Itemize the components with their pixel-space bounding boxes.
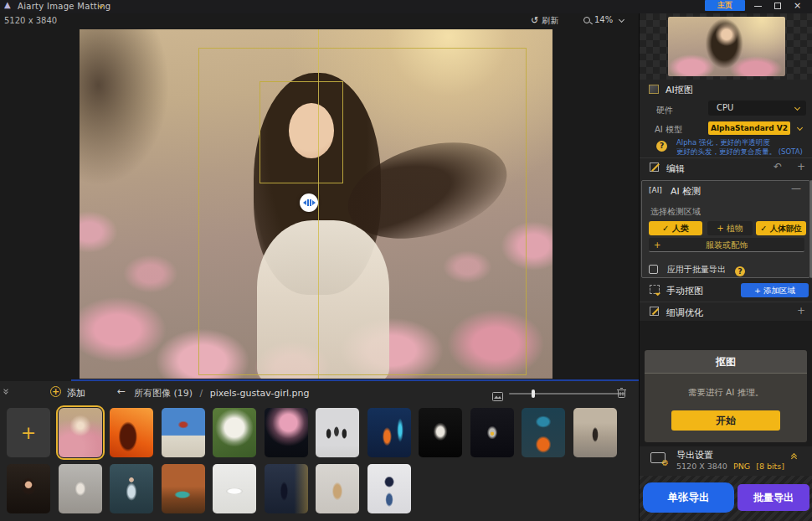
detect-subtitle: 选择检测区域	[650, 206, 701, 218]
thumb-beige-coat-model[interactable]	[316, 464, 359, 513]
thumb-dandelion[interactable]	[213, 408, 256, 457]
refresh-button[interactable]: ↺刷新	[531, 15, 558, 27]
help-icon[interactable]: ?	[656, 141, 667, 152]
matting-panel: 抠图 需要进行 AI 推理。 开始	[645, 350, 807, 442]
sidebar: AI抠图 硬件 CPU AI 模型 AlphaStandard V2 ? Alp…	[639, 13, 812, 521]
image-dimensions-label: 5120 x 3840	[4, 16, 57, 25]
manual-matting-icon	[650, 285, 660, 294]
handle-right-arrow-icon	[312, 200, 316, 205]
thumb-dark-flower[interactable]	[470, 408, 514, 457]
back-arrow-icon[interactable]: ←	[117, 385, 126, 397]
refresh-icon: ↺	[531, 15, 538, 26]
thumb-neon-woman[interactable]	[367, 408, 411, 457]
thumb-white-dove[interactable]	[419, 408, 462, 457]
thumbnail-size-slider[interactable]	[509, 393, 624, 395]
export-single-button[interactable]: 单张导出	[643, 482, 734, 513]
apply-batch-help-icon[interactable]: ?	[735, 266, 745, 276]
hardware-select[interactable]: CPU	[708, 101, 806, 116]
thumb-skateboarder[interactable]	[162, 408, 205, 457]
add-image-icon[interactable]: +	[50, 386, 61, 397]
detection-box-person[interactable]	[198, 48, 527, 375]
ai-detect-title: AI 检测	[671, 185, 701, 198]
thumb-blue-hair-woman[interactable]	[522, 408, 565, 457]
ai-matting-icon	[649, 85, 659, 94]
zoom-control[interactable]: 14%	[583, 15, 624, 24]
breadcrumb-all-images[interactable]: 所有图像 (19)	[134, 388, 193, 399]
hardware-label: 硬件	[656, 105, 673, 116]
add-image-label[interactable]: 添加	[67, 387, 85, 400]
ai-detect-panel: [AI] AI 检测 — 选择检测区域 ✓ 人类 + 植物 ✓ 人体部位 +服装…	[641, 180, 810, 278]
compare-divider-line	[318, 29, 319, 379]
zoom-chevron-down-icon	[619, 17, 624, 23]
export-size-label: 5120 X 3840 PNG [8 bits]	[676, 462, 784, 471]
ai-model-pill[interactable]: AlphaStandard V2	[708, 121, 790, 135]
ai-model-chevron-down-icon[interactable]	[797, 125, 803, 131]
thumb-navy-jeans-model[interactable]	[367, 464, 411, 513]
matting-status-zone: 抠图 需要进行 AI 推理。 开始	[640, 321, 812, 446]
edit-icon	[650, 162, 659, 172]
handle-bar-icon	[310, 199, 311, 206]
thumb-jellyfish[interactable]	[265, 408, 308, 457]
collapse-section-icon[interactable]: —	[791, 183, 801, 194]
start-inference-button[interactable]: 开始	[671, 410, 780, 431]
add-region-button[interactable]: + 添加区域	[741, 283, 809, 297]
detect-human-button[interactable]: ✓ 人类	[649, 221, 702, 235]
minimize-icon[interactable]	[754, 6, 762, 7]
app-window: ▲ Aiarty Image Matting 主页 × 5120 x 3840 …	[0, 0, 812, 521]
handle-bar-icon	[307, 199, 309, 206]
handle-left-arrow-icon	[303, 200, 306, 205]
thumb-teal-car[interactable]	[162, 464, 205, 513]
section-ai-matting: AI抠图	[640, 82, 812, 99]
matting-panel-message: 需要进行 AI 推理。	[645, 387, 807, 399]
home-button[interactable]: 主页	[705, 0, 745, 11]
ai-matting-title: AI抠图	[666, 84, 693, 96]
magnifier-icon	[583, 17, 590, 23]
section-refine: 细调优化 +	[640, 305, 812, 322]
apply-batch-row: 应用于批量导出 ?	[649, 260, 745, 276]
section-manual-matting: 手动抠图 + 添加区域	[640, 283, 812, 300]
thumb-runway-dark[interactable]	[265, 464, 308, 513]
app-title: Aiarty Image Matting	[18, 2, 110, 11]
canvas-area: 5120 x 3840 ↺刷新 14%	[0, 13, 639, 381]
maximize-icon[interactable]	[774, 3, 781, 9]
export-format-label: PNG	[733, 462, 750, 471]
delete-image-icon[interactable]	[616, 386, 627, 402]
thumb-smiling-woman[interactable]	[7, 464, 50, 513]
section-edit: 编辑 ↶ +	[640, 161, 812, 178]
thumb-beach-person[interactable]	[573, 408, 617, 457]
refine-icon	[650, 307, 659, 316]
export-collapse-chevrons-icon[interactable]	[792, 454, 796, 459]
thumb-praying-bride[interactable]	[110, 464, 153, 513]
edit-title: 编辑	[666, 162, 685, 175]
preview-thumbnail[interactable]	[668, 17, 785, 76]
thumb-orange-silhouette[interactable]	[110, 408, 153, 457]
thumb-jumping-group[interactable]	[316, 408, 359, 457]
undo-icon[interactable]: ↶	[773, 161, 782, 173]
detect-clothes-button[interactable]: +服装或配饰	[649, 238, 804, 252]
export-buttons-zone: 单张导出 批量导出	[640, 476, 812, 521]
detection-box-face[interactable]	[260, 81, 343, 183]
slider-handle[interactable]	[532, 389, 535, 398]
thumbnail-size-icon	[492, 389, 503, 405]
matting-panel-title: 抠图	[645, 350, 807, 374]
collapse-panel-icon[interactable]	[4, 388, 8, 393]
titlebar: ▲ Aiarty Image Matting 主页 ×	[0, 0, 812, 13]
thumb-veiled-woman[interactable]	[59, 464, 102, 513]
photo-girl-in-flower-field[interactable]	[80, 29, 552, 379]
detect-body-parts-button[interactable]: ✓ 人体部位	[756, 221, 806, 235]
close-icon[interactable]: ×	[794, 0, 801, 11]
export-settings-icon: ⚙	[650, 452, 666, 463]
compare-slider-handle[interactable]	[300, 193, 318, 212]
thumb-white-sofa[interactable]	[213, 464, 256, 513]
add-image-tile[interactable]: +	[7, 408, 50, 457]
ai-model-hint: Alpha 强化，更好的半透明度 更好的头发，更好的复合质量。 (SOTA)	[676, 138, 807, 157]
apply-batch-checkbox[interactable]	[649, 265, 658, 274]
detect-plant-button[interactable]: + 植物	[707, 221, 753, 235]
export-bits-label: [8 bits]	[756, 462, 784, 471]
thumb-girl-flowers[interactable]	[59, 408, 102, 457]
refine-add-icon[interactable]: +	[797, 305, 805, 317]
edit-add-icon[interactable]: +	[797, 161, 805, 173]
preview-transparency-grid	[640, 13, 812, 80]
zoom-level: 14%	[594, 15, 613, 24]
export-batch-button[interactable]: 批量导出	[737, 484, 809, 511]
